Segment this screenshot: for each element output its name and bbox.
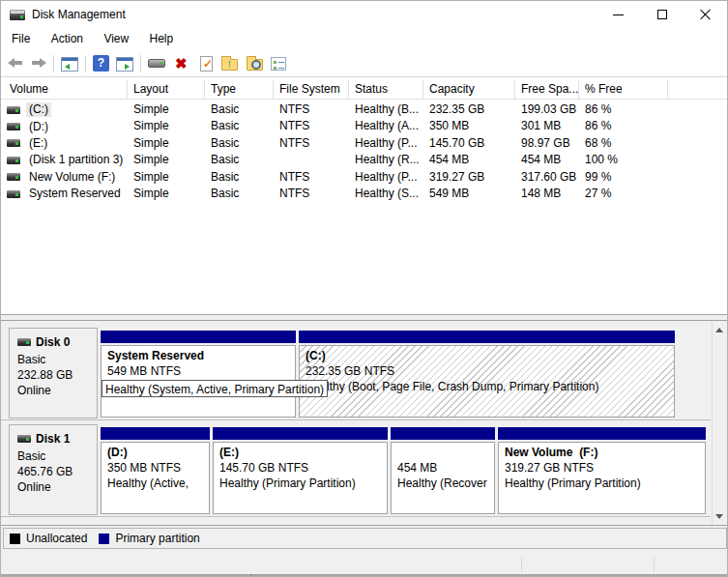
volume-row-disk1-partition3[interactable]: (Disk 1 partition 3) Simple Basic Health… [1,152,727,168]
cell-layout: Simple [128,186,205,202]
disk-0-row: Disk 0 Basic 232.88 GB Online System Res… [1,328,711,420]
volume-name: (Disk 1 partition 3) [26,153,126,167]
cell-file-system [274,152,349,168]
volume-icon [7,190,20,198]
volume-icon [7,157,20,164]
cell-type: Basic [205,101,274,118]
primary-partition-band [101,427,210,440]
partition-name: New Volume (F:) [505,445,705,460]
rescan-disks-icon[interactable] [148,59,165,68]
disk-size: 232.88 GB [17,367,97,383]
menu-file[interactable]: File [3,28,39,50]
disk-0-header[interactable]: Disk 0 Basic 232.88 GB Online [9,328,98,418]
partition-d[interactable]: (D:) 350 MB NTFS Healthy (Active, [101,427,210,514]
cell-free-space: 301 MB [515,118,579,134]
vertical-scrollbar[interactable] [712,322,727,525]
cell-type: Basic [205,186,274,202]
column-layout[interactable]: Layout [128,80,205,100]
cell-status: Healthy (S... [349,186,423,202]
explore-folder-icon[interactable] [247,59,263,71]
volume-icon [7,106,20,114]
minimize-icon [613,14,624,15]
maximize-button[interactable] [640,1,684,28]
disk-1-row: Disk 1 Basic 465.76 GB Online (D:) 350 M… [1,424,711,517]
back-icon[interactable] [8,55,24,72]
partition-info: 549 MB NTFS [107,363,295,379]
toolbar-separator [53,55,54,72]
disk-size: 465.76 GB [17,464,97,479]
column-capacity[interactable]: Capacity [423,80,515,100]
column-file-system[interactable]: File System [274,80,349,100]
partition-status: Healthy (Primary Partition) [219,476,387,491]
cell-capacity: 350 MB [423,118,515,134]
volume-row-c[interactable]: (C:) Simple Basic NTFS Healthy (B... 232… [1,101,727,118]
menu-action[interactable]: Action [43,28,92,50]
column-pct-free[interactable]: % Free [579,80,668,100]
partition-status: Healthy (Active, [107,476,209,491]
disk-kind: Basic [17,448,97,464]
show-action-pane-icon[interactable] [116,57,133,72]
disk-name: Disk 1 [36,431,70,447]
properties-list-icon[interactable] [271,57,286,71]
cell-layout: Simple [128,152,205,168]
window-controls [597,1,727,28]
minimize-button[interactable] [597,1,640,28]
unallocated-swatch [10,534,20,544]
show-console-tree-icon[interactable] [61,57,78,72]
cell-type: Basic [205,135,274,152]
toolbar-separator [85,55,86,72]
partition-e[interactable]: (E:) 145.70 GB NTFS Healthy (Primary Par… [213,427,388,514]
primary-partition-band [391,427,495,440]
partition-system-reserved[interactable]: System Reserved 549 MB NTFS [101,331,296,418]
partition-info: 454 MB [397,460,494,476]
volume-row-d[interactable]: (D:) Simple Basic NTFS Healthy (A... 350… [1,118,727,134]
cell-free-space: 148 MB [515,186,579,202]
partition-c[interactable]: (C:) 232.35 GB NTFS Healthy (Boot, Page … [299,331,675,418]
primary-partition-band [101,331,296,343]
disk-drive-app-icon [10,10,25,20]
forward-icon[interactable] [30,55,46,72]
cell-status: Healthy (R... [349,152,423,168]
partition-info: 350 MB NTFS [107,460,209,476]
volume-name: System Reserved [26,187,124,201]
close-button[interactable] [684,1,727,28]
disk-status: Online [17,383,97,398]
cell-file-system: NTFS [274,186,349,202]
scroll-up-icon[interactable] [713,322,727,338]
cell-file-system: NTFS [274,118,349,134]
volume-row-system-reserved[interactable]: System Reserved Simple Basic NTFS Health… [1,186,727,202]
volume-icon [7,139,20,147]
column-volume[interactable]: Volume [1,80,128,100]
partition-info: 232.35 GB NTFS [306,363,674,379]
disk-icon [17,338,31,346]
partition-f[interactable]: New Volume (F:) 319.27 GB NTFS Healthy (… [498,427,706,514]
column-status[interactable]: Status [349,80,423,100]
column-free-space[interactable]: Free Spa... [515,80,579,100]
close-icon [700,9,712,20]
cell-pct-free: 68 % [579,135,668,152]
volume-rows: (C:) Simple Basic NTFS Healthy (B... 232… [1,101,727,202]
check-document-icon[interactable] [200,56,213,72]
scroll-down-icon[interactable] [713,508,727,525]
cell-capacity: 549 MB [423,186,515,202]
volume-name: (C:) [26,102,51,117]
help-icon[interactable] [93,55,109,72]
partition-info: 145.70 GB NTFS [219,460,387,476]
volume-name: (D:) [26,120,51,134]
partition-info: 319.27 GB NTFS [505,460,705,476]
delete-volume-icon[interactable] [174,55,190,72]
menu-help[interactable]: Help [141,28,183,50]
cell-file-system: NTFS [274,101,349,118]
folder-up-icon[interactable] [221,59,238,71]
volume-row-e[interactable]: (E:) Simple Basic NTFS Healthy (P... 145… [1,135,727,152]
menu-view[interactable]: View [95,28,137,50]
status-bar-divider [654,557,655,572]
volume-row-f[interactable]: New Volume (F:) Simple Basic NTFS Health… [1,169,727,186]
disk-1-header[interactable]: Disk 1 Basic 465.76 GB Online [9,424,98,515]
cell-status: Healthy (A... [349,118,423,134]
cell-pct-free: 99 % [579,169,668,186]
partition-recovery[interactable]: 454 MB Healthy (Recover [391,427,495,514]
volume-list: Volume Layout Type File System Status Ca… [1,77,727,315]
legend-label: Unallocated [26,532,87,545]
column-type[interactable]: Type [205,80,274,100]
